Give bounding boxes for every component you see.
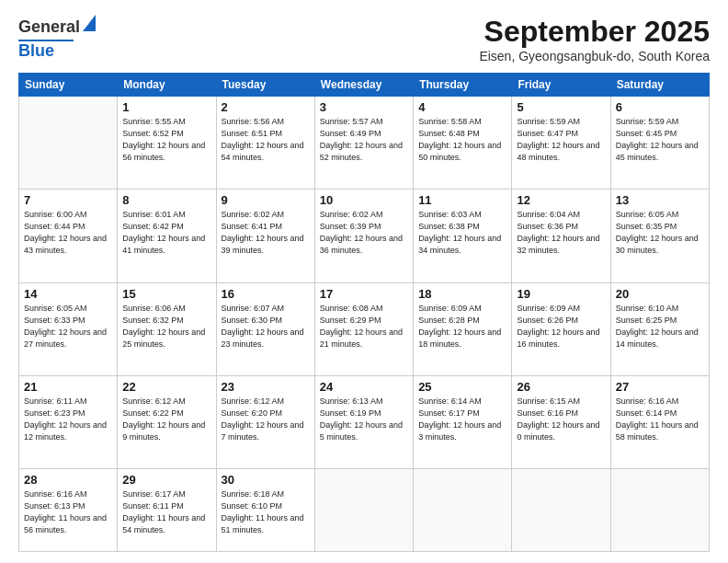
day-info: Sunrise: 6:09 AM Sunset: 6:26 PM Dayligh… [517, 303, 605, 350]
day-number: 9 [222, 193, 310, 207]
day-info: Sunrise: 6:12 AM Sunset: 6:20 PM Dayligh… [222, 396, 310, 443]
day-info: Sunrise: 6:02 AM Sunset: 6:41 PM Dayligh… [222, 209, 310, 257]
table-row: 14Sunrise: 6:05 AM Sunset: 6:33 PM Dayli… [19, 282, 118, 375]
day-number: 12 [517, 193, 605, 207]
day-number: 26 [517, 380, 605, 394]
col-thursday: Thursday [414, 74, 512, 97]
day-number: 8 [122, 193, 210, 207]
day-info: Sunrise: 6:16 AM Sunset: 6:13 PM Dayligh… [24, 488, 112, 536]
table-row: 29Sunrise: 6:17 AM Sunset: 6:11 PM Dayli… [118, 469, 216, 552]
day-info: Sunrise: 6:03 AM Sunset: 6:38 PM Dayligh… [418, 209, 506, 257]
day-info: Sunrise: 6:12 AM Sunset: 6:22 PM Dayligh… [122, 396, 210, 443]
table-row: 15Sunrise: 6:06 AM Sunset: 6:32 PM Dayli… [118, 282, 216, 375]
day-info: Sunrise: 6:05 AM Sunset: 6:35 PM Dayligh… [616, 209, 704, 257]
table-row: 24Sunrise: 6:13 AM Sunset: 6:19 PM Dayli… [314, 375, 413, 468]
table-row: 10Sunrise: 6:02 AM Sunset: 6:39 PM Dayli… [314, 190, 413, 282]
table-row: 26Sunrise: 6:15 AM Sunset: 6:16 PM Dayli… [512, 375, 610, 468]
day-info: Sunrise: 6:18 AM Sunset: 6:10 PM Dayligh… [222, 488, 310, 536]
day-info: Sunrise: 6:05 AM Sunset: 6:33 PM Dayligh… [24, 303, 112, 350]
day-number: 22 [122, 380, 210, 394]
table-row [19, 97, 118, 190]
logo-blue-text: Blue [18, 41, 54, 61]
calendar-week-row: 7Sunrise: 6:00 AM Sunset: 6:44 PM Daylig… [19, 190, 710, 282]
page: General Blue September 2025 Eisen, Gyeon… [0, 0, 728, 563]
day-info: Sunrise: 6:02 AM Sunset: 6:39 PM Dayligh… [320, 209, 408, 257]
day-number: 3 [320, 100, 408, 114]
day-number: 19 [517, 287, 605, 301]
table-row: 17Sunrise: 6:08 AM Sunset: 6:29 PM Dayli… [314, 282, 413, 375]
table-row [610, 469, 709, 552]
day-number: 15 [122, 287, 210, 301]
day-info: Sunrise: 6:17 AM Sunset: 6:11 PM Dayligh… [122, 488, 210, 536]
subtitle: Eisen, Gyeongsangbuk-do, South Korea [479, 49, 710, 63]
day-number: 28 [24, 473, 112, 487]
day-number: 11 [418, 193, 506, 207]
day-info: Sunrise: 6:09 AM Sunset: 6:28 PM Dayligh… [418, 303, 506, 350]
day-number: 24 [320, 380, 408, 394]
day-number: 4 [418, 100, 506, 114]
day-number: 23 [222, 380, 310, 394]
day-number: 21 [24, 380, 112, 394]
calendar-week-row: 21Sunrise: 6:11 AM Sunset: 6:23 PM Dayli… [19, 375, 710, 468]
day-info: Sunrise: 6:14 AM Sunset: 6:17 PM Dayligh… [418, 396, 506, 443]
table-row: 3Sunrise: 5:57 AM Sunset: 6:49 PM Daylig… [314, 97, 413, 190]
day-number: 10 [320, 193, 408, 207]
day-info: Sunrise: 5:59 AM Sunset: 6:45 PM Dayligh… [616, 116, 704, 164]
table-row: 25Sunrise: 6:14 AM Sunset: 6:17 PM Dayli… [414, 375, 512, 468]
logo-general-text: General [18, 17, 80, 37]
table-row: 28Sunrise: 6:16 AM Sunset: 6:13 PM Dayli… [19, 469, 118, 552]
col-sunday: Sunday [19, 74, 118, 97]
table-row: 13Sunrise: 6:05 AM Sunset: 6:35 PM Dayli… [610, 190, 709, 282]
table-row [512, 469, 610, 552]
day-number: 27 [616, 380, 704, 394]
day-number: 30 [222, 473, 310, 487]
day-info: Sunrise: 6:13 AM Sunset: 6:19 PM Dayligh… [320, 396, 408, 443]
day-info: Sunrise: 5:57 AM Sunset: 6:49 PM Dayligh… [320, 116, 408, 164]
day-number: 17 [320, 287, 408, 301]
calendar: Sunday Monday Tuesday Wednesday Thursday… [18, 73, 710, 552]
day-info: Sunrise: 6:04 AM Sunset: 6:36 PM Dayligh… [517, 209, 605, 257]
day-number: 6 [616, 100, 704, 114]
col-wednesday: Wednesday [314, 74, 413, 97]
table-row: 18Sunrise: 6:09 AM Sunset: 6:28 PM Dayli… [414, 282, 512, 375]
table-row: 30Sunrise: 6:18 AM Sunset: 6:10 PM Dayli… [216, 469, 314, 552]
day-info: Sunrise: 6:01 AM Sunset: 6:42 PM Dayligh… [122, 209, 210, 257]
day-info: Sunrise: 5:59 AM Sunset: 6:47 PM Dayligh… [517, 116, 605, 164]
calendar-header-row: Sunday Monday Tuesday Wednesday Thursday… [19, 74, 710, 97]
table-row: 19Sunrise: 6:09 AM Sunset: 6:26 PM Dayli… [512, 282, 610, 375]
table-row: 2Sunrise: 5:56 AM Sunset: 6:51 PM Daylig… [216, 97, 314, 190]
table-row: 16Sunrise: 6:07 AM Sunset: 6:30 PM Dayli… [216, 282, 314, 375]
logo: General Blue [18, 15, 96, 61]
table-row: 7Sunrise: 6:00 AM Sunset: 6:44 PM Daylig… [19, 190, 118, 282]
table-row: 11Sunrise: 6:03 AM Sunset: 6:38 PM Dayli… [414, 190, 512, 282]
day-number: 1 [122, 100, 210, 114]
day-number: 25 [418, 380, 506, 394]
table-row: 1Sunrise: 5:55 AM Sunset: 6:52 PM Daylig… [118, 97, 216, 190]
calendar-week-row: 14Sunrise: 6:05 AM Sunset: 6:33 PM Dayli… [19, 282, 710, 375]
table-row: 6Sunrise: 5:59 AM Sunset: 6:45 PM Daylig… [610, 97, 709, 190]
day-info: Sunrise: 5:56 AM Sunset: 6:51 PM Dayligh… [222, 116, 310, 164]
day-number: 29 [122, 473, 210, 487]
table-row: 12Sunrise: 6:04 AM Sunset: 6:36 PM Dayli… [512, 190, 610, 282]
table-row: 4Sunrise: 5:58 AM Sunset: 6:48 PM Daylig… [414, 97, 512, 190]
table-row [414, 469, 512, 552]
table-row: 8Sunrise: 6:01 AM Sunset: 6:42 PM Daylig… [118, 190, 216, 282]
day-info: Sunrise: 6:10 AM Sunset: 6:25 PM Dayligh… [616, 303, 704, 350]
day-info: Sunrise: 6:08 AM Sunset: 6:29 PM Dayligh… [320, 303, 408, 350]
day-number: 18 [418, 287, 506, 301]
logo-triangle-icon [83, 15, 96, 35]
table-row [314, 469, 413, 552]
day-number: 16 [222, 287, 310, 301]
header: General Blue September 2025 Eisen, Gyeon… [18, 15, 710, 63]
col-tuesday: Tuesday [216, 74, 314, 97]
day-number: 5 [517, 100, 605, 114]
day-info: Sunrise: 5:58 AM Sunset: 6:48 PM Dayligh… [418, 116, 506, 164]
col-monday: Monday [118, 74, 216, 97]
table-row: 27Sunrise: 6:16 AM Sunset: 6:14 PM Dayli… [610, 375, 709, 468]
calendar-week-row: 1Sunrise: 5:55 AM Sunset: 6:52 PM Daylig… [19, 97, 710, 190]
day-number: 20 [616, 287, 704, 301]
col-saturday: Saturday [610, 74, 709, 97]
day-number: 14 [24, 287, 112, 301]
day-number: 7 [24, 193, 112, 207]
calendar-week-row: 28Sunrise: 6:16 AM Sunset: 6:13 PM Dayli… [19, 469, 710, 552]
